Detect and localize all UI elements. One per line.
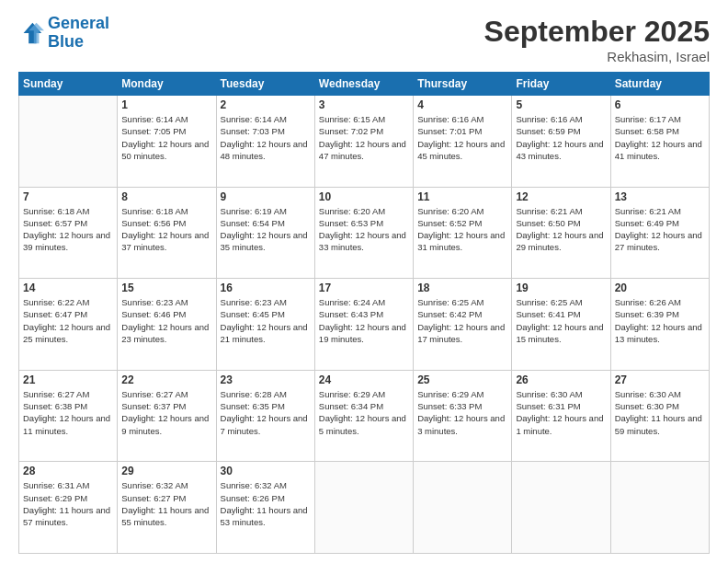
logo-text: General Blue xyxy=(48,15,109,52)
cell-day: 1 xyxy=(121,98,211,111)
cell-day: 5 xyxy=(516,98,606,111)
table-row: 15 Sunrise: 6:23 AMSunset: 6:46 PMDaylig… xyxy=(118,279,216,371)
cell-info: Sunrise: 6:30 AMSunset: 6:31 PMDaylight:… xyxy=(516,388,606,437)
cell-day: 25 xyxy=(417,373,507,386)
calendar-week-row: 14 Sunrise: 6:22 AMSunset: 6:47 PMDaylig… xyxy=(19,279,710,371)
title-block: September 2025 Rekhasim, Israel xyxy=(484,15,710,64)
table-row: 17 Sunrise: 6:24 AMSunset: 6:43 PMDaylig… xyxy=(314,279,413,371)
cell-day: 12 xyxy=(516,190,606,203)
cell-info: Sunrise: 6:20 AMSunset: 6:53 PMDaylight:… xyxy=(319,205,409,254)
cell-day: 13 xyxy=(615,190,705,203)
table-row: 24 Sunrise: 6:29 AMSunset: 6:34 PMDaylig… xyxy=(314,370,413,462)
cell-day: 11 xyxy=(417,190,507,203)
cell-info: Sunrise: 6:30 AMSunset: 6:30 PMDaylight:… xyxy=(615,388,705,437)
cell-info: Sunrise: 6:25 AMSunset: 6:42 PMDaylight:… xyxy=(417,296,507,345)
cell-info: Sunrise: 6:32 AMSunset: 6:27 PMDaylight:… xyxy=(121,479,211,528)
table-row: 12 Sunrise: 6:21 AMSunset: 6:50 PMDaylig… xyxy=(512,187,610,279)
table-row: 20 Sunrise: 6:26 AMSunset: 6:39 PMDaylig… xyxy=(610,279,709,371)
cell-info: Sunrise: 6:20 AMSunset: 6:52 PMDaylight:… xyxy=(417,205,507,254)
cell-day: 14 xyxy=(23,282,113,294)
cell-info: Sunrise: 6:23 AMSunset: 6:45 PMDaylight:… xyxy=(221,296,311,345)
table-row: 21 Sunrise: 6:27 AMSunset: 6:38 PMDaylig… xyxy=(19,370,118,462)
cell-day: 6 xyxy=(615,98,705,111)
header: General Blue September 2025 Rekhasim, Is… xyxy=(18,15,710,64)
cell-info: Sunrise: 6:27 AMSunset: 6:38 PMDaylight:… xyxy=(23,388,113,437)
table-row: 2 Sunrise: 6:14 AMSunset: 7:03 PMDayligh… xyxy=(216,96,314,188)
cell-info: Sunrise: 6:14 AMSunset: 7:03 PMDaylight:… xyxy=(221,113,311,162)
table-row: 27 Sunrise: 6:30 AMSunset: 6:30 PMDaylig… xyxy=(610,370,709,462)
cell-info: Sunrise: 6:16 AMSunset: 7:01 PMDaylight:… xyxy=(417,113,507,162)
table-row: 29 Sunrise: 6:32 AMSunset: 6:27 PMDaylig… xyxy=(118,462,216,554)
cell-day: 23 xyxy=(221,373,311,386)
calendar-table: Sunday Monday Tuesday Wednesday Thursday… xyxy=(18,72,710,554)
cell-info: Sunrise: 6:18 AMSunset: 6:57 PMDaylight:… xyxy=(23,205,113,254)
calendar-week-row: 28 Sunrise: 6:31 AMSunset: 6:29 PMDaylig… xyxy=(19,462,710,554)
table-row: 4 Sunrise: 6:16 AMSunset: 7:01 PMDayligh… xyxy=(414,96,512,188)
table-row: 30 Sunrise: 6:32 AMSunset: 6:26 PMDaylig… xyxy=(216,462,314,554)
logo-icon xyxy=(18,20,44,46)
col-wednesday: Wednesday xyxy=(314,73,413,96)
table-row: 28 Sunrise: 6:31 AMSunset: 6:29 PMDaylig… xyxy=(19,462,118,554)
cell-day: 9 xyxy=(221,190,311,203)
table-row xyxy=(610,462,709,554)
col-sunday: Sunday xyxy=(19,73,118,96)
cell-day: 19 xyxy=(516,282,606,294)
table-row: 3 Sunrise: 6:15 AMSunset: 7:02 PMDayligh… xyxy=(314,96,413,188)
table-row: 5 Sunrise: 6:16 AMSunset: 6:59 PMDayligh… xyxy=(512,96,610,188)
cell-info: Sunrise: 6:26 AMSunset: 6:39 PMDaylight:… xyxy=(615,296,705,345)
table-row xyxy=(512,462,610,554)
table-row: 26 Sunrise: 6:30 AMSunset: 6:31 PMDaylig… xyxy=(512,370,610,462)
cell-day: 24 xyxy=(319,373,409,386)
table-row xyxy=(19,96,118,188)
cell-info: Sunrise: 6:14 AMSunset: 7:05 PMDaylight:… xyxy=(121,113,211,162)
table-row: 19 Sunrise: 6:25 AMSunset: 6:41 PMDaylig… xyxy=(512,279,610,371)
cell-info: Sunrise: 6:19 AMSunset: 6:54 PMDaylight:… xyxy=(221,205,311,254)
table-row xyxy=(314,462,413,554)
table-row: 6 Sunrise: 6:17 AMSunset: 6:58 PMDayligh… xyxy=(610,96,709,188)
col-tuesday: Tuesday xyxy=(216,73,314,96)
cell-day: 8 xyxy=(121,190,211,203)
cell-info: Sunrise: 6:32 AMSunset: 6:26 PMDaylight:… xyxy=(221,479,311,528)
cell-info: Sunrise: 6:23 AMSunset: 6:46 PMDaylight:… xyxy=(121,296,211,345)
table-row: 18 Sunrise: 6:25 AMSunset: 6:42 PMDaylig… xyxy=(414,279,512,371)
cell-day: 10 xyxy=(319,190,409,203)
cell-day: 3 xyxy=(319,98,409,111)
table-row xyxy=(414,462,512,554)
cell-info: Sunrise: 6:18 AMSunset: 6:56 PMDaylight:… xyxy=(121,205,211,254)
cell-day: 4 xyxy=(417,98,507,111)
col-saturday: Saturday xyxy=(610,73,709,96)
table-row: 1 Sunrise: 6:14 AMSunset: 7:05 PMDayligh… xyxy=(118,96,216,188)
cell-day: 17 xyxy=(319,282,409,294)
calendar-header-row: Sunday Monday Tuesday Wednesday Thursday… xyxy=(19,73,710,96)
cell-day: 18 xyxy=(417,282,507,294)
cell-day: 29 xyxy=(121,465,211,477)
table-row: 13 Sunrise: 6:21 AMSunset: 6:49 PMDaylig… xyxy=(610,187,709,279)
page: General Blue September 2025 Rekhasim, Is… xyxy=(0,0,728,563)
cell-info: Sunrise: 6:25 AMSunset: 6:41 PMDaylight:… xyxy=(516,296,606,345)
cell-info: Sunrise: 6:21 AMSunset: 6:49 PMDaylight:… xyxy=(615,205,705,254)
calendar-week-row: 1 Sunrise: 6:14 AMSunset: 7:05 PMDayligh… xyxy=(19,96,710,188)
cell-day: 20 xyxy=(615,282,705,294)
cell-info: Sunrise: 6:17 AMSunset: 6:58 PMDaylight:… xyxy=(615,113,705,162)
cell-day: 15 xyxy=(121,282,211,294)
cell-day: 28 xyxy=(23,465,113,477)
table-row: 8 Sunrise: 6:18 AMSunset: 6:56 PMDayligh… xyxy=(118,187,216,279)
cell-day: 26 xyxy=(516,373,606,386)
table-row: 14 Sunrise: 6:22 AMSunset: 6:47 PMDaylig… xyxy=(19,279,118,371)
logo-general: General xyxy=(48,14,109,32)
table-row: 7 Sunrise: 6:18 AMSunset: 6:57 PMDayligh… xyxy=(19,187,118,279)
table-row: 23 Sunrise: 6:28 AMSunset: 6:35 PMDaylig… xyxy=(216,370,314,462)
table-row: 16 Sunrise: 6:23 AMSunset: 6:45 PMDaylig… xyxy=(216,279,314,371)
table-row: 9 Sunrise: 6:19 AMSunset: 6:54 PMDayligh… xyxy=(216,187,314,279)
cell-info: Sunrise: 6:15 AMSunset: 7:02 PMDaylight:… xyxy=(319,113,409,162)
cell-day: 2 xyxy=(221,98,311,111)
cell-info: Sunrise: 6:29 AMSunset: 6:33 PMDaylight:… xyxy=(417,388,507,437)
table-row: 10 Sunrise: 6:20 AMSunset: 6:53 PMDaylig… xyxy=(314,187,413,279)
table-row: 25 Sunrise: 6:29 AMSunset: 6:33 PMDaylig… xyxy=(414,370,512,462)
cell-info: Sunrise: 6:22 AMSunset: 6:47 PMDaylight:… xyxy=(23,296,113,345)
cell-day: 22 xyxy=(121,373,211,386)
cell-info: Sunrise: 6:24 AMSunset: 6:43 PMDaylight:… xyxy=(319,296,409,345)
cell-info: Sunrise: 6:31 AMSunset: 6:29 PMDaylight:… xyxy=(23,479,113,528)
logo-blue: Blue xyxy=(48,32,84,51)
calendar-week-row: 21 Sunrise: 6:27 AMSunset: 6:38 PMDaylig… xyxy=(19,370,710,462)
